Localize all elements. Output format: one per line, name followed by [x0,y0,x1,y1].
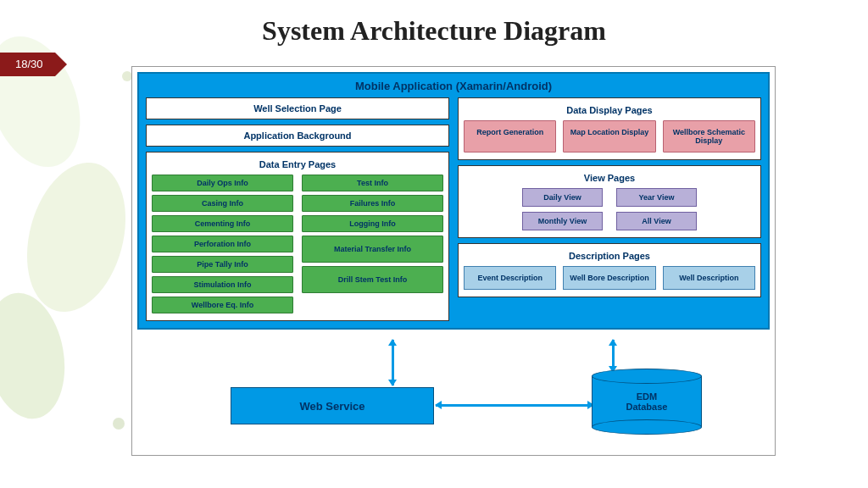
arrow-mobile-to-webservice [392,340,394,385]
arrow-webservice-to-edm [436,404,593,407]
web-service-box: Web Service [231,387,434,424]
edm-database-cylinder: EDM Database [592,369,702,435]
description-pages-item: Event Description [464,266,556,290]
data-entry-item: Daily Ops Info [152,175,293,191]
view-pages-panel: View Pages Daily View Year View Monthly … [458,165,761,238]
edm-db-label-2: Database [626,402,668,412]
edm-db-label-1: EDM [637,391,657,402]
data-entry-panel: Data Entry Pages Daily Ops Info Casing I… [146,152,449,321]
view-pages-item: All View [616,212,697,230]
arrow-mobile-to-edm [612,340,615,372]
description-pages-item: Well Bore Description [563,266,655,290]
view-pages-item: Monthly View [522,212,603,230]
description-pages-title: Description Pages [464,247,755,266]
data-display-item: Map Location Display [563,120,655,152]
mobile-app-title: Mobile Application (Xamarin/Android) [146,77,761,97]
data-display-item: Report Generation [464,120,556,152]
data-entry-item: Drill Stem Test Info [302,266,443,293]
data-entry-item: Failures Info [302,195,443,212]
data-entry-title: Data Entry Pages [152,156,443,175]
data-entry-item: Logging Info [302,215,443,232]
data-entry-item: Pipe Tally Info [152,256,293,273]
data-entry-item: Cementing Info [152,215,293,232]
application-background-box: Application Background [146,125,449,147]
description-pages-item: Well Description [663,266,755,290]
data-entry-item: Perforation Info [152,236,293,252]
data-entry-item: Casing Info [152,195,293,212]
data-entry-item: Material Transfer Info [302,236,443,263]
bottom-connectors: Web Service EDM Database [137,335,770,445]
data-entry-item: Wellbore Eq. Info [152,297,293,313]
data-display-item: Wellbore Schematic Display [663,120,755,152]
svg-point-5 [113,418,125,430]
view-pages-item: Daily View [522,188,603,207]
well-selection-page-box: Well Selection Page [146,97,449,119]
view-pages-item: Year View [616,188,697,207]
data-entry-item: Test Info [302,175,443,191]
mobile-app-container: Mobile Application (Xamarin/Android) Wel… [137,72,770,330]
view-pages-title: View Pages [464,169,755,188]
diagram-frame: Mobile Application (Xamarin/Android) Wel… [131,66,776,456]
data-display-title: Data Display Pages [464,102,755,120]
slide-title: System Architecture Diagram [0,0,868,55]
page-number-badge: 18/30 [0,53,55,76]
data-entry-item: Stimulation Info [152,276,293,293]
data-display-panel: Data Display Pages Report Generation Map… [458,97,761,160]
description-pages-panel: Description Pages Event Description Well… [458,243,761,297]
